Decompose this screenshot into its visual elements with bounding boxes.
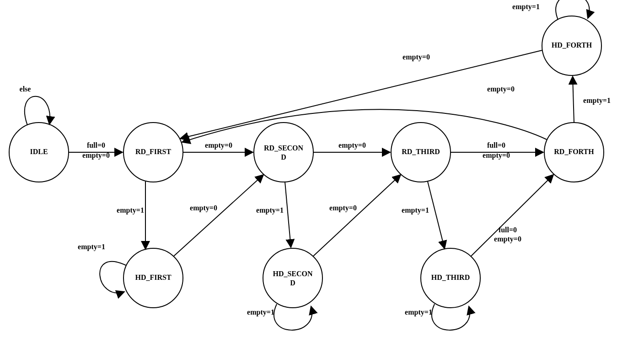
edge-hdsecond-self: empty=1 [247, 304, 312, 330]
state-hd-first: HD_FIRST [123, 248, 183, 308]
rd-third-label: RD_THIRD [402, 148, 440, 155]
svg-point-6 [263, 248, 322, 308]
svg-line-27 [313, 175, 401, 256]
hd-first-label: HD_FIRST [135, 273, 171, 281]
svg-text:empty=0: empty=0 [494, 235, 521, 243]
rd-second-label-l2: D [281, 153, 286, 161]
edge-hdfirst-rdsecond: empty=0 [174, 175, 263, 256]
svg-line-36 [573, 76, 574, 123]
svg-line-40 [180, 50, 542, 139]
svg-line-32 [471, 175, 553, 256]
svg-text:empty=1: empty=1 [117, 206, 144, 214]
svg-text:empty=0: empty=0 [82, 151, 110, 160]
svg-text:empty=1: empty=1 [78, 243, 105, 251]
hd-second-label-l1: HD_SECON [273, 270, 313, 278]
svg-text:empty=0: empty=0 [190, 204, 217, 212]
svg-text:full=0: full=0 [499, 226, 517, 234]
svg-text:full=0: full=0 [487, 141, 505, 149]
rd-first-label: RD_FIRST [135, 148, 172, 155]
state-hd-second: HD_SECON D [263, 248, 322, 308]
hd-third-label: HD_THIRD [431, 273, 470, 281]
svg-text:empty=1: empty=1 [405, 308, 432, 316]
svg-text:empty=0: empty=0 [338, 141, 366, 150]
svg-text:empty=0: empty=0 [487, 85, 515, 93]
hd-second-label-l2: D [290, 279, 295, 287]
edge-rdthird-hdthird: empty=1 [402, 182, 445, 249]
state-diagram: IDLE RD_FIRST RD_SECON D RD_THIRD RD_FOR… [0, 0, 644, 337]
svg-text:else: else [20, 85, 31, 93]
svg-line-25 [285, 182, 291, 247]
svg-text:empty=0: empty=0 [329, 204, 357, 212]
edge-hdforth-rdfirst: empty=0 [180, 50, 542, 139]
rd-forth-label: RD_FORTH [554, 148, 594, 155]
svg-line-30 [428, 182, 445, 249]
svg-text:empty=0: empty=0 [483, 151, 510, 160]
edge-rdsecond-rdthird: empty=0 [313, 141, 390, 152]
edge-idle-rdfirst: full=0 empty=0 [69, 141, 123, 160]
state-idle: IDLE [9, 123, 69, 182]
edge-idle-self: else [20, 85, 50, 125]
svg-text:empty=0: empty=0 [205, 141, 232, 150]
svg-line-22 [174, 175, 263, 256]
state-rd-forth: RD_FORTH [544, 123, 604, 182]
edge-rdfirst-rdsecond: empty=0 [183, 141, 253, 152]
edge-rdforth-hdforth: empty=1 [573, 76, 611, 123]
hd-forth-label: HD_FORTH [552, 41, 592, 49]
svg-text:empty=1: empty=1 [512, 3, 540, 11]
svg-text:empty=1: empty=1 [402, 206, 429, 214]
svg-point-2 [254, 123, 313, 182]
state-rd-third: RD_THIRD [391, 123, 451, 182]
edge-hdsecond-rdthird: empty=0 [313, 175, 401, 256]
state-hd-forth: HD_FORTH [542, 16, 601, 75]
svg-text:empty=1: empty=1 [256, 206, 284, 214]
idle-label: IDLE [30, 148, 48, 155]
svg-text:empty=1: empty=1 [583, 96, 611, 105]
edge-hdfirst-self: empty=1 [78, 243, 126, 293]
rd-second-label-l1: RD_SECON [264, 144, 304, 152]
svg-text:empty=0: empty=0 [402, 53, 430, 61]
edge-rdfirst-hdfirst: empty=1 [117, 182, 145, 249]
edge-rdthird-rdforth: full=0 empty=0 [451, 141, 543, 160]
edge-rdsecond-hdsecond: empty=1 [256, 182, 291, 247]
svg-text:empty=1: empty=1 [247, 308, 274, 316]
state-rd-first: RD_FIRST [123, 123, 183, 182]
state-hd-third: HD_THIRD [421, 248, 480, 308]
svg-text:full=0: full=0 [87, 141, 105, 149]
edge-hdthird-rdforth: full=0 empty=0 [471, 175, 553, 256]
edge-hdthird-self: empty=1 [405, 304, 470, 330]
state-rd-second: RD_SECON D [254, 123, 313, 182]
